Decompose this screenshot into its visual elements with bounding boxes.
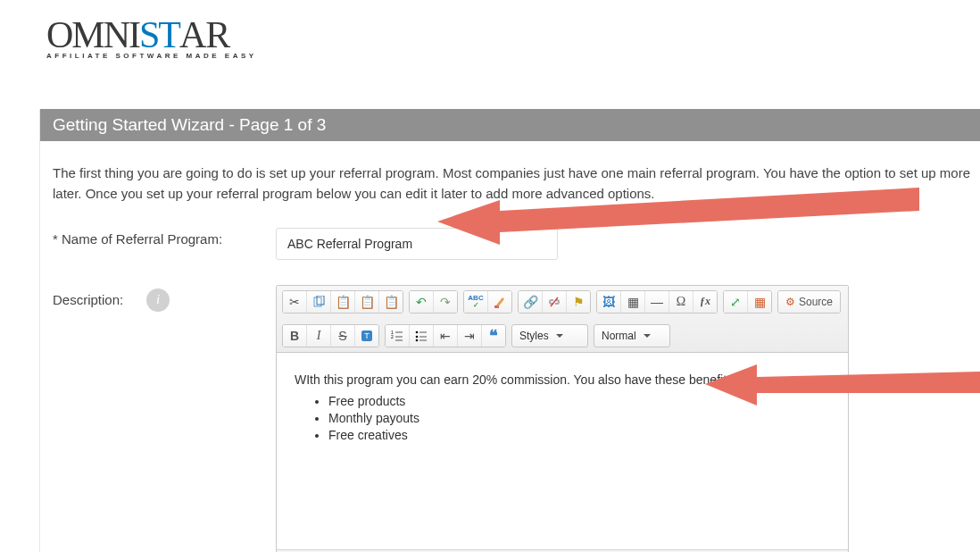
brand-logo: OMNISTAR AFFILIATE SOFTWARE MADE EASY	[46, 20, 257, 59]
editor-content-area[interactable]: WIth this program you can earn 20% commi…	[277, 353, 848, 550]
italic-icon[interactable]: I	[307, 325, 331, 347]
bold-icon[interactable]: B	[283, 325, 307, 347]
list-item: Monthly payouts	[328, 411, 830, 425]
styles-dropdown[interactable]: Styles	[511, 324, 588, 347]
svg-point-11	[416, 339, 419, 341]
paste-icon[interactable]: 📋	[331, 291, 355, 313]
editor-paragraph: WIth this program you can earn 20% commi…	[295, 372, 830, 387]
panel-title: Getting Started Wizard - Page 1 of 3	[40, 109, 980, 141]
paste-text-icon[interactable]: 📋	[355, 291, 379, 313]
math-fx-icon[interactable]: ƒx	[693, 291, 717, 313]
clear-format-icon[interactable]: T	[355, 325, 378, 347]
table-icon[interactable]: ▦	[621, 291, 645, 313]
strikethrough-icon[interactable]: S	[331, 325, 355, 347]
remove-format-icon[interactable]	[488, 291, 511, 313]
svg-line-3	[551, 297, 558, 306]
app-viewport: OMNISTAR AFFILIATE SOFTWARE MADE EASY Ge…	[0, 0, 980, 552]
source-button[interactable]: ⚙Source	[778, 291, 840, 313]
chevron-down-icon	[556, 334, 563, 338]
maximize-icon[interactable]: ⤢	[724, 291, 748, 313]
panel-body: The first thing you are going to do is s…	[40, 141, 980, 552]
list-item: Free products	[328, 394, 830, 408]
anchor-icon[interactable]: ⚑	[567, 291, 590, 313]
svg-point-10	[416, 335, 419, 338]
editor-toolbar: ✂ 📋 📋 📋 ↶ ↷ ABC✓	[277, 286, 848, 353]
svg-text:2: 2	[391, 334, 394, 339]
wizard-panel: Getting Started Wizard - Page 1 of 3 The…	[39, 109, 980, 552]
redo-icon[interactable]: ↷	[434, 291, 457, 313]
special-char-icon[interactable]: Ω	[669, 291, 693, 313]
outdent-icon[interactable]: ⇤	[434, 325, 458, 347]
link-icon[interactable]: 🔗	[519, 291, 543, 313]
unlink-icon[interactable]	[543, 291, 567, 313]
svg-point-9	[416, 330, 419, 333]
referral-program-name-input[interactable]	[276, 228, 558, 260]
editor-bullet-list: Free products Monthly payouts Free creat…	[328, 394, 830, 442]
info-icon[interactable]: i	[146, 289, 170, 312]
name-label: * Name of Referral Program:	[53, 228, 276, 247]
description-label: Description:	[53, 292, 123, 307]
format-dropdown[interactable]: Normal	[594, 324, 670, 347]
show-blocks-icon[interactable]: ▦	[748, 291, 771, 313]
logo-word-omni: OMNI	[46, 14, 139, 55]
blockquote-icon[interactable]: ❝	[482, 325, 505, 347]
undo-icon[interactable]: ↶	[410, 291, 434, 313]
paste-word-icon[interactable]: 📋	[379, 291, 403, 313]
logo-word-st: ST	[139, 14, 179, 55]
intro-text: The first thing you are going to do is s…	[53, 163, 980, 205]
spellcheck-icon[interactable]: ABC✓	[464, 291, 488, 313]
indent-icon[interactable]: ⇥	[458, 325, 482, 347]
image-icon[interactable]: 🖼	[597, 291, 621, 313]
unordered-list-icon[interactable]	[410, 325, 434, 347]
svg-rect-2	[494, 305, 499, 308]
logo-tagline: AFFILIATE SOFTWARE MADE EASY	[46, 54, 257, 60]
rich-text-editor: ✂ 📋 📋 📋 ↶ ↷ ABC✓	[276, 285, 849, 553]
field-row-name: * Name of Referral Program:	[53, 228, 980, 260]
ordered-list-icon[interactable]: 12	[386, 325, 410, 347]
horizontal-rule-icon[interactable]: —	[645, 291, 669, 313]
logo-word-ar: AR	[179, 14, 229, 55]
list-item: Free creatives	[328, 428, 830, 442]
copy-icon[interactable]	[307, 291, 331, 313]
chevron-down-icon	[644, 334, 651, 338]
field-row-description: Description: i ✂ 📋 📋 📋	[53, 285, 980, 553]
cut-icon[interactable]: ✂	[283, 291, 307, 313]
